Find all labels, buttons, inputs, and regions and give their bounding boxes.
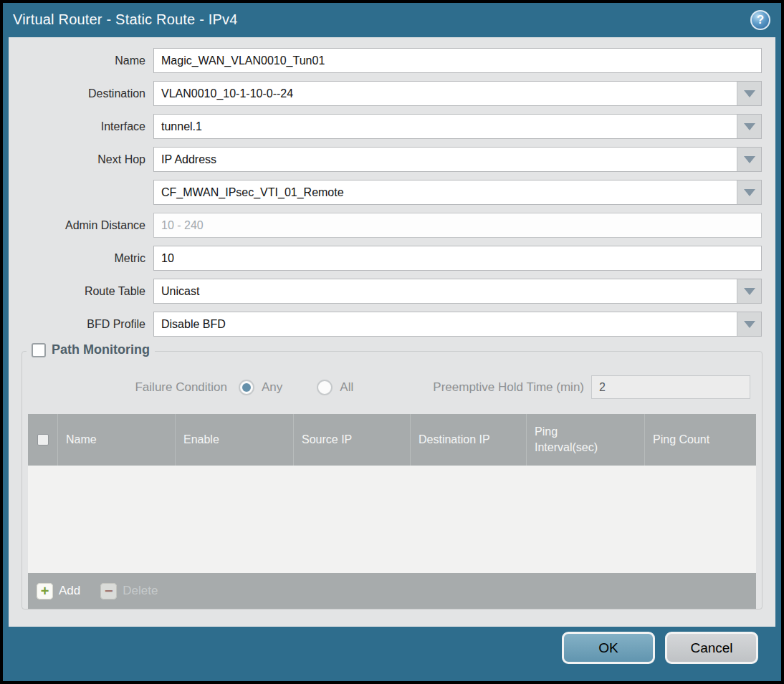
row-next-hop-address [9,180,762,205]
route-table-input[interactable] [153,279,762,304]
bfd-profile-field-wrap [153,312,762,337]
chevron-down-icon [744,189,755,196]
table-header-enable: Enable [176,414,294,466]
failure-condition-any-option[interactable]: Any [239,380,282,395]
failure-condition-all-option[interactable]: All [317,380,353,395]
plus-icon: + [37,583,53,599]
help-glyph: ? [757,13,764,27]
failure-condition-row: Failure Condition Any All Preemptive Hol… [28,375,756,400]
dialog-title: Virtual Router - Static Route - IPv4 [13,11,238,28]
row-destination: Destination [9,81,762,106]
table-header-name: Name [58,414,176,466]
row-metric: Metric [9,246,762,271]
next-hop-address-dropdown-button[interactable] [737,180,761,204]
admin-distance-label: Admin Distance [9,219,153,232]
name-input[interactable] [153,48,762,73]
row-name: Name [9,48,762,73]
failure-condition-all-label: All [340,380,353,395]
name-field-wrap [153,48,762,73]
next-hop-label: Next Hop [9,153,153,166]
metric-field-wrap [153,246,762,271]
row-admin-distance: Admin Distance [9,213,762,238]
preemptive-hold-time-label: Preemptive Hold Time (min) [433,380,584,395]
metric-input[interactable] [153,246,762,271]
radio-any-icon [239,380,254,395]
route-table-field-wrap [153,279,762,304]
table-body-empty[interactable] [28,466,756,573]
path-monitoring-checkbox[interactable] [32,343,46,357]
route-table-label: Route Table [9,285,153,298]
admin-distance-field-wrap [153,213,762,238]
failure-condition-label: Failure Condition [28,380,227,395]
interface-field-wrap [153,114,762,139]
metric-label: Metric [9,252,153,265]
next-hop-address-input[interactable] [153,180,762,205]
destination-label: Destination [9,87,153,100]
failure-condition-any-label: Any [262,380,282,395]
chevron-down-icon [744,123,755,130]
screenshot-root: { "window": { "title": "Virtual Router -… [0,0,784,684]
path-monitoring-title: Path Monitoring [52,342,150,357]
add-button[interactable]: + Add [37,583,80,599]
select-all-checkbox[interactable] [37,434,49,445]
next-hop-type-field-wrap [153,147,762,172]
table-header-ping-interval-text: Ping Interval(sec) [535,424,608,455]
chevron-down-icon [744,90,755,97]
help-icon[interactable]: ? [750,10,770,30]
bfd-profile-dropdown-button[interactable] [737,312,761,336]
table-toolbar: + Add − Delete [28,573,756,609]
delete-button-label: Delete [123,584,158,598]
chevron-down-icon [744,156,755,163]
row-bfd-profile: BFD Profile [9,312,762,337]
destination-dropdown-button[interactable] [737,82,761,105]
chevron-down-icon [744,288,755,295]
name-label: Name [9,54,153,67]
interface-label: Interface [9,120,153,133]
preemptive-hold-time-input[interactable] [591,375,750,399]
static-route-dialog: Virtual Router - Static Route - IPv4 ? N… [3,3,781,681]
dialog-action-buttons: OK Cancel [562,632,758,664]
path-monitoring-legend: Path Monitoring [27,342,155,357]
destination-input[interactable] [153,81,762,106]
row-interface: Interface [9,114,762,139]
interface-dropdown-button[interactable] [737,115,761,138]
table-header-row: Name Enable Source IP Destination IP Pin… [28,414,756,466]
bfd-profile-label: BFD Profile [9,318,153,331]
table-header-ping-interval: Ping Interval(sec) [527,414,645,466]
next-hop-type-input[interactable] [153,147,762,172]
next-hop-type-dropdown-button[interactable] [737,148,761,171]
radio-selected-dot [242,383,251,392]
delete-button[interactable]: − Delete [100,583,158,599]
interface-input[interactable] [153,114,762,139]
route-table-dropdown-button[interactable] [737,279,761,303]
minus-icon: − [100,583,117,599]
cancel-button[interactable]: Cancel [665,632,758,664]
next-hop-address-field-wrap [153,180,762,205]
dialog-content: Name Destination Interface [9,37,775,627]
table-header-select-all [28,414,58,466]
ok-button[interactable]: OK [562,632,655,664]
table-header-ping-count: Ping Count [645,414,756,466]
row-route-table: Route Table [9,279,762,304]
chevron-down-icon [744,321,755,328]
admin-distance-input[interactable] [153,213,762,238]
destination-field-wrap [153,81,762,106]
bfd-profile-input[interactable] [153,312,762,337]
radio-all-icon [317,380,333,395]
row-next-hop: Next Hop [9,147,762,172]
dialog-titlebar: Virtual Router - Static Route - IPv4 ? [3,3,781,37]
table-header-destination-ip: Destination IP [411,414,527,466]
table-header-source-ip: Source IP [294,414,411,466]
path-monitoring-section: Path Monitoring Failure Condition Any Al… [21,351,763,610]
path-monitoring-table: Name Enable Source IP Destination IP Pin… [28,414,756,609]
add-button-label: Add [59,584,80,598]
